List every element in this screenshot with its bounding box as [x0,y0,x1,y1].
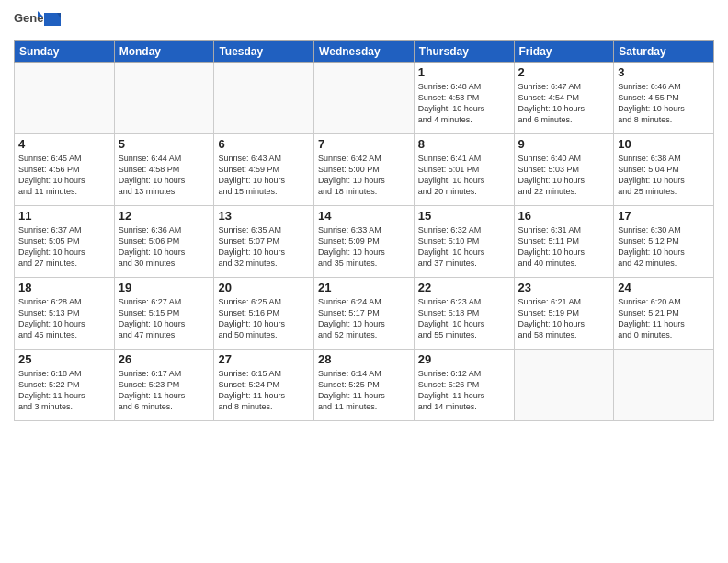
day-number: 4 [18,137,110,151]
day-cell: 10Sunrise: 6:38 AMSunset: 5:04 PMDayligh… [614,134,714,206]
weekday-header-thursday: Thursday [414,41,514,63]
week-row-3: 11Sunrise: 6:37 AMSunset: 5:05 PMDayligh… [15,206,714,278]
weekday-header-friday: Friday [514,41,614,63]
day-cell: 6Sunrise: 6:43 AMSunset: 4:59 PMDaylight… [214,134,314,206]
day-info: Sunrise: 6:14 AMSunset: 5:25 PMDaylight:… [318,368,410,413]
svg-marker-2 [44,13,61,26]
day-number: 10 [618,137,710,151]
day-cell: 17Sunrise: 6:30 AMSunset: 5:12 PMDayligh… [614,206,714,278]
week-row-5: 25Sunrise: 6:18 AMSunset: 5:22 PMDayligh… [15,350,714,421]
page-container: General SundayMondayTuesdayWednesdayThur… [0,0,728,431]
day-info: Sunrise: 6:48 AMSunset: 4:53 PMDaylight:… [418,81,510,126]
day-number: 25 [18,352,110,366]
day-number: 23 [518,281,610,294]
day-info: Sunrise: 6:32 AMSunset: 5:10 PMDaylight:… [418,224,510,270]
day-cell: 2Sunrise: 6:47 AMSunset: 4:54 PMDaylight… [514,63,614,134]
day-info: Sunrise: 6:23 AMSunset: 5:18 PMDaylight:… [418,296,510,341]
day-cell: 9Sunrise: 6:40 AMSunset: 5:03 PMDaylight… [514,134,614,206]
day-cell: 27Sunrise: 6:15 AMSunset: 5:24 PMDayligh… [214,350,314,421]
day-info: Sunrise: 6:27 AMSunset: 5:15 PMDaylight:… [119,296,210,341]
logo-icon: General [14,9,43,35]
weekday-header-monday: Monday [114,41,214,63]
day-cell: 1Sunrise: 6:48 AMSunset: 4:53 PMDaylight… [414,63,514,134]
day-cell: 28Sunrise: 6:14 AMSunset: 5:25 PMDayligh… [314,350,415,421]
day-number: 28 [318,352,410,366]
day-info: Sunrise: 6:44 AMSunset: 4:58 PMDaylight:… [119,153,210,198]
day-info: Sunrise: 6:25 AMSunset: 5:16 PMDaylight:… [218,296,310,341]
day-info: Sunrise: 6:47 AMSunset: 4:54 PMDaylight:… [518,81,610,126]
day-info: Sunrise: 6:37 AMSunset: 5:05 PMDaylight:… [18,224,110,270]
weekday-header-tuesday: Tuesday [214,41,314,63]
day-cell [214,63,314,134]
day-number: 1 [418,65,510,79]
day-number: 22 [418,281,510,294]
day-number: 13 [218,209,310,223]
day-info: Sunrise: 6:40 AMSunset: 5:03 PMDaylight:… [518,153,610,198]
day-cell: 26Sunrise: 6:17 AMSunset: 5:23 PMDayligh… [114,350,214,421]
day-info: Sunrise: 6:33 AMSunset: 5:09 PMDaylight:… [318,224,410,270]
week-row-4: 18Sunrise: 6:28 AMSunset: 5:13 PMDayligh… [15,278,714,350]
day-number: 7 [318,137,410,151]
day-number: 16 [518,209,610,223]
day-cell [614,350,714,421]
weekday-header-row: SundayMondayTuesdayWednesdayThursdayFrid… [15,41,714,63]
day-cell: 8Sunrise: 6:41 AMSunset: 5:01 PMDaylight… [414,134,514,206]
day-cell: 19Sunrise: 6:27 AMSunset: 5:15 PMDayligh… [114,278,214,350]
day-number: 20 [218,281,310,294]
day-cell: 21Sunrise: 6:24 AMSunset: 5:17 PMDayligh… [314,278,415,350]
day-cell: 5Sunrise: 6:44 AMSunset: 4:58 PMDaylight… [114,134,214,206]
day-cell: 16Sunrise: 6:31 AMSunset: 5:11 PMDayligh… [514,206,614,278]
day-cell [15,63,115,134]
day-info: Sunrise: 6:35 AMSunset: 5:07 PMDaylight:… [218,224,310,270]
day-number: 18 [18,281,110,294]
day-info: Sunrise: 6:28 AMSunset: 5:13 PMDaylight:… [18,296,110,341]
weekday-header-wednesday: Wednesday [314,41,415,63]
day-number: 2 [518,65,610,79]
day-info: Sunrise: 6:30 AMSunset: 5:12 PMDaylight:… [618,224,710,270]
day-info: Sunrise: 6:15 AMSunset: 5:24 PMDaylight:… [218,368,310,413]
day-info: Sunrise: 6:41 AMSunset: 5:01 PMDaylight:… [418,153,510,198]
day-cell: 13Sunrise: 6:35 AMSunset: 5:07 PMDayligh… [214,206,314,278]
day-cell: 15Sunrise: 6:32 AMSunset: 5:10 PMDayligh… [414,206,514,278]
day-cell: 18Sunrise: 6:28 AMSunset: 5:13 PMDayligh… [15,278,115,350]
day-info: Sunrise: 6:24 AMSunset: 5:17 PMDaylight:… [318,296,410,341]
day-cell: 7Sunrise: 6:42 AMSunset: 5:00 PMDaylight… [314,134,415,206]
day-info: Sunrise: 6:43 AMSunset: 4:59 PMDaylight:… [218,153,310,198]
day-cell: 22Sunrise: 6:23 AMSunset: 5:18 PMDayligh… [414,278,514,350]
day-number: 26 [119,352,210,366]
day-cell: 12Sunrise: 6:36 AMSunset: 5:06 PMDayligh… [114,206,214,278]
day-cell: 4Sunrise: 6:45 AMSunset: 4:56 PMDaylight… [15,134,115,206]
day-number: 27 [218,352,310,366]
day-info: Sunrise: 6:20 AMSunset: 5:21 PMDaylight:… [618,296,710,341]
day-number: 3 [618,65,710,79]
day-info: Sunrise: 6:38 AMSunset: 5:04 PMDaylight:… [618,153,710,198]
day-cell: 14Sunrise: 6:33 AMSunset: 5:09 PMDayligh… [314,206,415,278]
day-number: 17 [618,209,710,223]
day-info: Sunrise: 6:21 AMSunset: 5:19 PMDaylight:… [518,296,610,341]
day-number: 29 [418,352,510,366]
day-info: Sunrise: 6:45 AMSunset: 4:56 PMDaylight:… [18,153,110,198]
day-number: 5 [119,137,210,151]
day-number: 19 [119,281,210,294]
calendar-table: SundayMondayTuesdayWednesdayThursdayFrid… [14,40,714,421]
day-number: 6 [218,137,310,151]
day-cell: 3Sunrise: 6:46 AMSunset: 4:55 PMDaylight… [614,63,714,134]
day-number: 8 [418,137,510,151]
day-info: Sunrise: 6:17 AMSunset: 5:23 PMDaylight:… [119,368,210,413]
day-number: 14 [318,209,410,223]
day-info: Sunrise: 6:46 AMSunset: 4:55 PMDaylight:… [618,81,710,126]
day-number: 24 [618,281,710,294]
weekday-header-sunday: Sunday [15,41,115,63]
day-info: Sunrise: 6:42 AMSunset: 5:00 PMDaylight:… [318,153,410,198]
day-cell: 24Sunrise: 6:20 AMSunset: 5:21 PMDayligh… [614,278,714,350]
header: General [14,9,714,35]
day-number: 12 [119,209,210,223]
day-cell [514,350,614,421]
day-info: Sunrise: 6:18 AMSunset: 5:22 PMDaylight:… [18,368,110,413]
day-info: Sunrise: 6:31 AMSunset: 5:11 PMDaylight:… [518,224,610,270]
day-number: 9 [518,137,610,151]
day-cell: 23Sunrise: 6:21 AMSunset: 5:19 PMDayligh… [514,278,614,350]
day-cell [314,63,415,134]
day-cell: 29Sunrise: 6:12 AMSunset: 5:26 PMDayligh… [414,350,514,421]
day-cell [114,63,214,134]
